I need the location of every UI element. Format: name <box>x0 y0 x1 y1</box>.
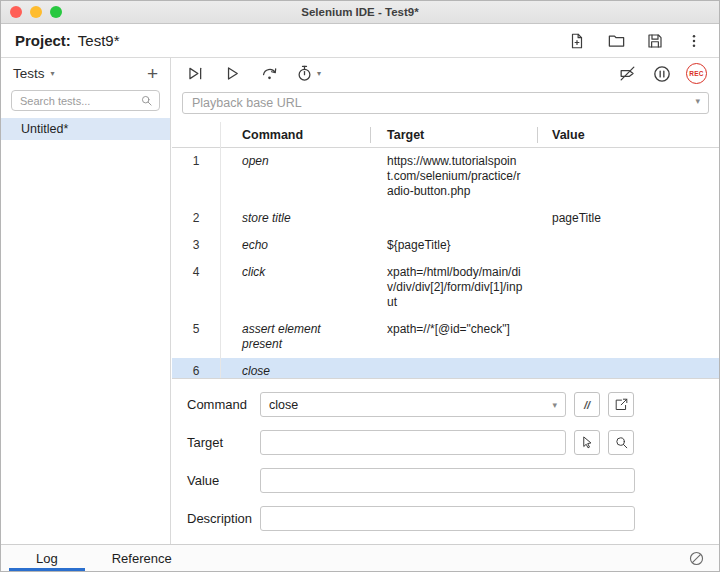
test-list-item-untitled[interactable]: Untitled* <box>1 118 170 140</box>
add-test-button[interactable]: + <box>147 64 158 83</box>
row-value <box>537 148 719 205</box>
circle-slash-icon <box>688 550 705 567</box>
chevron-down-icon: ▾ <box>317 69 321 78</box>
window-title: Selenium IDE - Test9* <box>1 6 719 18</box>
tab-log[interactable]: Log <box>9 545 85 571</box>
row-command: store title <box>220 205 370 232</box>
project-header: Project: Test9* <box>1 24 719 58</box>
tab-reference[interactable]: Reference <box>85 545 199 571</box>
disable-breakpoints-button[interactable] <box>616 63 638 85</box>
find-target-button[interactable] <box>608 430 634 455</box>
open-project-button[interactable] <box>605 30 627 52</box>
row-target: https://www.tutorialspoint.com/selenium/… <box>370 148 537 205</box>
step-editor: Command close ▾ // Target <box>172 379 719 544</box>
project-actions <box>566 30 705 52</box>
run-all-tests-button[interactable] <box>184 63 206 85</box>
value-label: Value <box>187 473 260 488</box>
clear-log-button[interactable] <box>685 547 707 569</box>
command-select[interactable]: close ▾ <box>260 392 566 417</box>
disable-breakpoints-icon <box>618 64 637 83</box>
row-command: click <box>220 259 370 316</box>
tests-dropdown-label: Tests <box>13 66 45 81</box>
search-icon <box>614 435 629 450</box>
run-all-icon <box>186 64 205 83</box>
description-input[interactable] <box>260 506 635 531</box>
row-value <box>537 232 719 259</box>
run-current-test-button[interactable] <box>221 63 243 85</box>
sidebar-header: Tests ▾ + <box>1 58 170 88</box>
tab-reference-label: Reference <box>112 551 172 566</box>
playback-base-url-input[interactable] <box>182 92 709 114</box>
select-target-button[interactable] <box>574 430 600 455</box>
target-form-row: Target <box>187 430 719 455</box>
row-target: xpath=//*[@id="check"] <box>370 316 537 358</box>
row-number: 5 <box>172 316 220 358</box>
row-target <box>370 358 537 379</box>
play-icon <box>223 64 242 83</box>
test-step-row-selected[interactable]: 6 close <box>172 358 719 379</box>
search-tests-input[interactable] <box>11 90 160 111</box>
stopwatch-icon <box>295 64 314 83</box>
step-over-icon <box>260 64 279 83</box>
test-step-row[interactable]: 3 echo ${pageTitle} <box>172 232 719 259</box>
value-form-row: Value <box>187 468 719 493</box>
footer-bar: Log Reference <box>1 544 719 571</box>
toggle-comment-button[interactable]: // <box>574 392 600 417</box>
row-number: 3 <box>172 232 220 259</box>
save-icon <box>646 32 664 50</box>
row-number: 6 <box>172 358 220 379</box>
test-step-row[interactable]: 2 store title pageTitle <box>172 205 719 232</box>
chevron-down-icon[interactable]: ▾ <box>695 96 700 106</box>
chevron-down-icon: ▾ <box>51 69 55 78</box>
row-command: assert element present <box>220 316 370 358</box>
row-value <box>537 316 719 358</box>
selenium-ide-window: Selenium IDE - Test9* Project: Test9* Te… <box>0 0 720 572</box>
description-label: Description <box>187 511 260 526</box>
new-project-button[interactable] <box>566 30 588 52</box>
pause-on-exceptions-button[interactable] <box>651 63 673 85</box>
open-reference-button[interactable] <box>608 392 634 417</box>
step-over-button[interactable] <box>258 63 280 85</box>
target-input[interactable] <box>260 430 566 455</box>
test-step-row[interactable]: 4 click xpath=/html/body/main/div/div/di… <box>172 259 719 316</box>
external-link-icon <box>614 397 629 412</box>
tests-dropdown[interactable]: Tests ▾ <box>13 66 55 81</box>
main-panel: ▾ REC ▾ Command Target <box>172 58 719 544</box>
row-command: close <box>220 358 370 379</box>
search-tests <box>1 88 170 118</box>
project-label: Project: <box>15 32 71 49</box>
more-menu-button[interactable] <box>683 30 705 52</box>
minimize-window-button[interactable] <box>30 6 42 18</box>
table-header: Command Target Value <box>172 122 719 148</box>
row-number: 1 <box>172 148 220 205</box>
test-list: Untitled* <box>1 118 170 140</box>
test-speed-button[interactable]: ▾ <box>295 64 321 83</box>
close-window-button[interactable] <box>10 6 22 18</box>
pause-circle-icon <box>652 64 672 84</box>
project-name: Test9* <box>78 32 120 49</box>
titlebar: Selenium IDE - Test9* <box>1 1 719 24</box>
zoom-window-button[interactable] <box>50 6 62 18</box>
test-step-row[interactable]: 1 open https://www.tutorialspoint.com/se… <box>172 148 719 205</box>
row-target: xpath=/html/body/main/div/div/div[2]/for… <box>370 259 537 316</box>
row-target <box>370 205 537 232</box>
value-input[interactable] <box>260 468 635 493</box>
folder-icon <box>607 31 626 50</box>
test-step-row[interactable]: 5 assert element present xpath=//*[@id="… <box>172 316 719 358</box>
playback-url-row: ▾ <box>172 89 719 122</box>
pointer-icon <box>580 435 595 450</box>
new-project-icon <box>568 32 586 50</box>
row-number: 2 <box>172 205 220 232</box>
row-command: open <box>220 148 370 205</box>
column-header-value: Value <box>537 127 719 143</box>
toolbar-right: REC <box>616 63 707 85</box>
command-form-row: Command close ▾ // <box>187 392 719 417</box>
playback-toolbar: ▾ REC <box>172 58 719 89</box>
row-value: pageTitle <box>537 205 719 232</box>
row-target: ${pageTitle} <box>370 232 537 259</box>
save-project-button[interactable] <box>644 30 666 52</box>
tab-log-label: Log <box>36 551 58 566</box>
row-value <box>537 358 719 379</box>
record-button[interactable]: REC <box>686 63 707 84</box>
tests-sidebar: Tests ▾ + Untitled* <box>1 58 171 544</box>
